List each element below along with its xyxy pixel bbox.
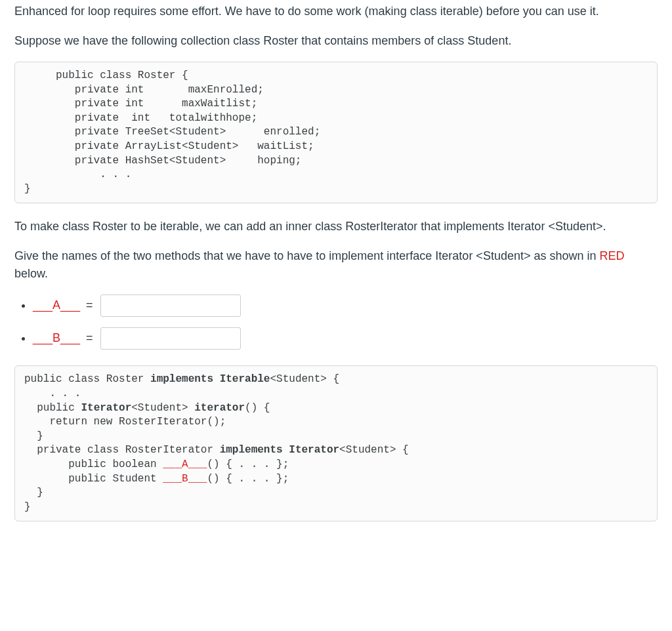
cb2-l2: . . . <box>24 388 81 399</box>
cb2-l6b: implements Iterator <box>220 444 339 456</box>
cb2-l1c: <Student> { <box>270 373 339 385</box>
blank-input-b[interactable] <box>100 327 241 350</box>
cb2-l7a: public boolean <box>24 458 163 470</box>
cb2-l8a: public Student <box>24 473 163 485</box>
red-word: RED <box>600 249 625 262</box>
cb2-l1a: public class Roster <box>24 373 150 385</box>
cb2-l1b: implements Iterable <box>150 373 270 385</box>
cb2-l6a: private class RosterIterator <box>24 444 220 456</box>
give-suffix: below. <box>14 267 48 280</box>
question-container: Enhanced for loop requires some effort. … <box>0 0 672 549</box>
blank-label-b: ___B___ <box>33 331 80 344</box>
equals-a: = <box>86 298 93 312</box>
cb2-l3b: Iterator <box>81 402 131 414</box>
equals-b: = <box>86 331 93 344</box>
cb2-l4: return new RosterIterator(); <box>24 416 226 428</box>
cb2-l10: } <box>24 501 31 513</box>
blank-input-a[interactable] <box>100 295 241 317</box>
cb2-l5: } <box>24 430 43 442</box>
code-block-roster-impl: public class Roster implements Iterable<… <box>14 365 658 521</box>
answer-item-a: ___A___ = <box>33 295 658 317</box>
give-prefix: Give the names of the two methods that w… <box>14 249 600 262</box>
intro-paragraph: Enhanced for loop requires some effort. … <box>14 3 658 20</box>
give-names-paragraph: Give the names of the two methods that w… <box>14 247 658 283</box>
cb2-l9: } <box>24 487 43 499</box>
answer-list: ___A___ = ___B___ = <box>14 295 658 350</box>
cb2-l6c: <Student> { <box>339 444 409 456</box>
answer-item-b: ___B___ = <box>33 327 658 350</box>
cb2-l8b: ___B___ <box>163 473 207 485</box>
cb2-l3c: <Student> <box>131 402 194 414</box>
cb2-l8c: () { . . . }; <box>207 473 289 485</box>
cb2-l7c: () { . . . }; <box>207 458 289 470</box>
cb2-l3a: public <box>24 402 81 414</box>
code-block-roster-decl: public class Roster { private int maxEnr… <box>14 62 658 203</box>
to-make-paragraph: To make class Roster to be iterable, we … <box>14 218 658 235</box>
cb2-l7b: ___A___ <box>163 458 207 470</box>
cb2-l3e: () { <box>245 402 270 414</box>
cb2-l3d: iterator <box>194 402 245 414</box>
blank-label-a: ___A___ <box>33 298 80 312</box>
suppose-paragraph: Suppose we have the following collection… <box>14 32 658 50</box>
